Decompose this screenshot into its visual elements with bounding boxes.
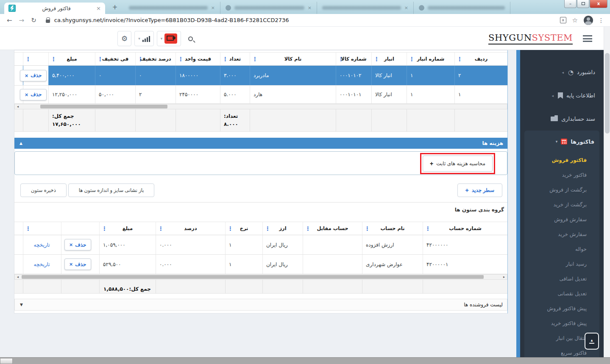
- reload-icon[interactable]: ↻: [31, 17, 36, 24]
- hamburger-menu-icon[interactable]: [583, 35, 592, 44]
- content-vertical-scrollbar[interactable]: [516, 50, 520, 357]
- hscroll-thumb[interactable]: [40, 105, 167, 108]
- table-cell[interactable]: ۵۲۹,۵۰۰: [99, 255, 156, 274]
- delete-row-button[interactable]: حذف×: [20, 89, 47, 100]
- column-menu-icon[interactable]: ⋮: [97, 56, 103, 62]
- inactive-tab[interactable]: ×: [317, 2, 414, 14]
- table-cell[interactable]: انبار کالا: [371, 86, 407, 103]
- table-cell[interactable]: ۰.۰۰۰: [156, 235, 225, 254]
- column-header[interactable]: حساب مقابل⋮: [303, 222, 362, 235]
- group-columns-panel[interactable]: گروه بندی ستون ها: [14, 202, 507, 217]
- inactive-tab[interactable]: ×: [124, 2, 220, 14]
- browser-vertical-scrollbar[interactable]: [604, 27, 610, 357]
- table-cell[interactable]: ۱: [454, 86, 507, 103]
- sidebar-subitem-برگشت از فروش[interactable]: برگشت از فروش: [524, 182, 599, 197]
- table-cell[interactable]: [303, 235, 362, 254]
- table-cell[interactable]: ۵,۴۰۰,۰۰۰: [48, 66, 95, 85]
- column-menu-icon[interactable]: ⋮: [252, 56, 257, 62]
- column-menu-icon[interactable]: ⋮: [457, 56, 462, 62]
- table-cell[interactable]: ۰.۰۰۰: [156, 255, 225, 274]
- table-cell[interactable]: ۵.۰۰۰: [220, 86, 250, 103]
- table-row[interactable]: ۴۲۰۰۰۰۰۰ارزش افزودهریال ایران۱۰.۰۰۰۱,۰۵۹…: [14, 235, 507, 255]
- column-header[interactable]: تعداد⋮: [220, 53, 250, 65]
- delete-row-button[interactable]: حذف×: [20, 70, 47, 81]
- tab-close-icon[interactable]: ×: [404, 5, 408, 11]
- table-cell[interactable]: ۲۴۵۰۰۰۰: [175, 86, 220, 103]
- column-menu-icon[interactable]: ⋮: [178, 56, 183, 62]
- column-header[interactable]: درصد⋮: [156, 222, 225, 235]
- inactive-tab[interactable]: [414, 2, 510, 14]
- bookmark-star-icon[interactable]: ☆: [572, 17, 578, 24]
- table-cell[interactable]: ۱: [407, 86, 454, 103]
- sidebar-item-اطلاعات پایه[interactable]: اطلاعات پایه◂: [520, 84, 604, 107]
- new-tab-button[interactable]: +: [109, 3, 120, 11]
- table-cell[interactable]: ۱۸۰۰۰۰۰: [175, 66, 220, 85]
- table-cell[interactable]: ارزش افزوده: [362, 235, 423, 254]
- column-header[interactable]: درصد تخفیف⋮: [135, 53, 175, 65]
- active-tab[interactable]: فاکتور فروش ×: [4, 3, 105, 14]
- column-header[interactable]: ⋮: [23, 222, 61, 235]
- sidebar-group-فاکتورها[interactable]: فاکتورها▾: [524, 131, 599, 153]
- hscroll-thumb[interactable]: [0, 358, 13, 364]
- hscroll-thumb[interactable]: [22, 275, 484, 279]
- scroll-left-icon[interactable]: ◂: [15, 275, 21, 279]
- sidebar-item-سند حسابداری[interactable]: سند حسابداری: [520, 107, 604, 131]
- back-icon[interactable]: ←: [7, 17, 12, 24]
- column-menu-icon[interactable]: ⋮: [25, 56, 31, 62]
- column-header[interactable]: ارز⋮: [262, 222, 303, 235]
- column-header[interactable]: مبلغ⋮: [48, 53, 95, 65]
- expenses-table-hscrollbar[interactable]: ◂ ▸: [14, 274, 507, 280]
- history-link[interactable]: تاریخچه: [33, 261, 50, 267]
- table-cell[interactable]: ۱: [225, 255, 262, 274]
- sidebar-subitem-فاکتور خرید[interactable]: فاکتور خرید: [524, 167, 599, 182]
- table-cell[interactable]: ۳.۰۰۰: [220, 66, 250, 85]
- column-menu-icon[interactable]: ⋮: [409, 56, 414, 62]
- column-header[interactable]: شماره کالا⋮: [336, 53, 371, 65]
- table-cell[interactable]: ۲: [135, 86, 175, 103]
- window-horizontal-scrollbar[interactable]: [0, 357, 610, 364]
- table-cell[interactable]: هارد: [250, 86, 336, 103]
- profile-avatar[interactable]: [584, 16, 593, 25]
- table-cell[interactable]: ۵۰,۰۰۰: [95, 86, 135, 103]
- browser-menu-icon[interactable]: ⋮: [598, 17, 604, 24]
- new-row-button[interactable]: سطر جدید +: [457, 183, 502, 197]
- history-link[interactable]: تاریخچه: [33, 242, 50, 248]
- app-logo[interactable]: SHYGUNSYSTEM: [488, 33, 573, 44]
- save-column-button[interactable]: ذخیره ستون: [20, 183, 67, 197]
- sidebar-subitem-سفارش خرید[interactable]: سفارش خرید: [524, 227, 599, 242]
- table-cell[interactable]: انبار کالا: [371, 66, 407, 85]
- sidebar-subitem-پیش فاکتور فروش[interactable]: پیش فاکتور فروش: [524, 301, 599, 316]
- vscroll-thumb[interactable]: [605, 53, 610, 133]
- column-menu-icon[interactable]: ⋮: [158, 225, 163, 232]
- table-cell[interactable]: ۰۰۰۱۰۱۰۱: [336, 86, 371, 103]
- minimize-button[interactable]: –: [564, 0, 577, 8]
- column-header[interactable]: شماره حساب⋮: [423, 222, 507, 235]
- sidebar-subitem-پیش فاکتور خرید[interactable]: پیش فاکتور خرید: [524, 316, 599, 331]
- sellers-section-header[interactable]: لیست فروشنده ها ▼: [14, 299, 507, 311]
- table-cell[interactable]: عوارض شهرداری: [362, 255, 423, 274]
- sidebar-subitem-برگشت از خرید[interactable]: برگشت از خرید: [524, 197, 599, 212]
- column-menu-icon[interactable]: ⋮: [138, 56, 143, 62]
- translate-icon[interactable]: a: [560, 17, 566, 23]
- column-header[interactable]: نام حساب⋮: [362, 222, 423, 235]
- expenses-section-header[interactable]: هزینه ها ▲: [14, 138, 507, 149]
- reset-columns-button[interactable]: باز نشانی سایز و اندازه ستون ها: [68, 183, 155, 197]
- sidebar-subitem-تعدیل اضافی[interactable]: تعدیل اضافی: [524, 271, 599, 286]
- lock-icon[interactable]: [46, 19, 50, 23]
- inactive-tab[interactable]: ×: [220, 2, 317, 14]
- column-menu-icon[interactable]: ⋮: [51, 56, 56, 62]
- tab-close-icon[interactable]: ×: [308, 5, 312, 11]
- sidebar-subitem-سفارش فروش[interactable]: سفارش فروش: [524, 212, 599, 227]
- table-cell[interactable]: ۰: [135, 66, 175, 85]
- column-menu-icon[interactable]: ⋮: [25, 225, 31, 232]
- column-header[interactable]: ⋮: [23, 53, 48, 65]
- sidebar-subitem-تعدیل نقصانی[interactable]: تعدیل نقصانی: [524, 286, 599, 301]
- calculate-fixed-expenses-button[interactable]: محاسبه هزینه های ثابت +: [423, 156, 493, 172]
- tab-close-icon[interactable]: ×: [211, 5, 215, 11]
- demo-dropdown[interactable]: ▾: [157, 31, 181, 46]
- column-header[interactable]: شماره انبار⋮: [407, 53, 454, 65]
- column-menu-icon[interactable]: ⋮: [228, 225, 233, 232]
- table-cell[interactable]: ۰: [95, 66, 135, 85]
- table-cell[interactable]: ۱,۰۵۹,۰۰۰: [99, 235, 156, 254]
- url-text[interactable]: ca.shygunsys.net/invoice/?InvoiceType=6B…: [54, 17, 560, 23]
